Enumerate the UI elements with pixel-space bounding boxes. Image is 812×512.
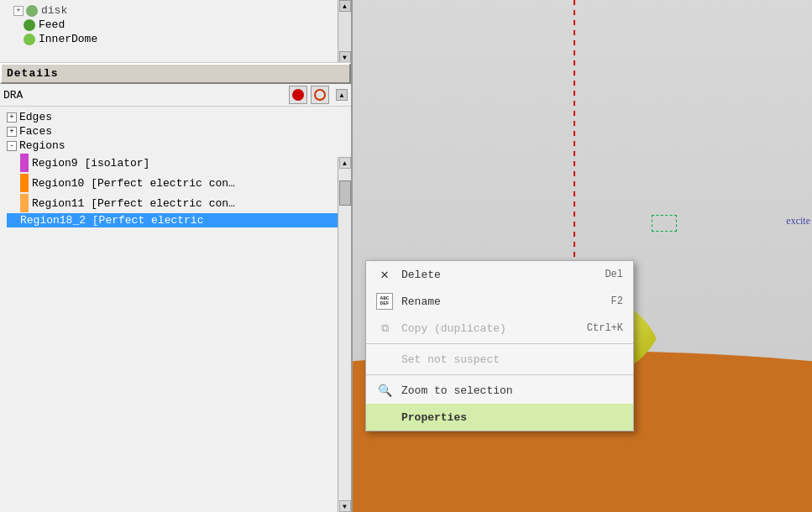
details-panel: Details DRA ▲ + Edges + Faces bbox=[0, 63, 351, 512]
zoom-icon: 🔍 bbox=[376, 382, 393, 399]
set-not-suspect-icon bbox=[376, 351, 393, 368]
red-dot-icon bbox=[292, 89, 304, 101]
excite-label: excite bbox=[786, 215, 810, 227]
delete-icon: ✕ bbox=[376, 266, 393, 283]
item-icon bbox=[26, 5, 38, 17]
expand-regions-icon[interactable]: - bbox=[7, 141, 17, 151]
item-icon bbox=[24, 19, 35, 31]
item-icon bbox=[24, 34, 35, 45]
set-not-suspect-label: Set not suspect bbox=[401, 353, 615, 366]
item-label: InnerDome bbox=[39, 33, 97, 45]
copy-shortcut: Ctrl+K bbox=[587, 322, 623, 334]
details-header: Details bbox=[0, 63, 351, 84]
region11-label: Region11 [Perfect electric con… bbox=[32, 197, 235, 210]
list-item[interactable]: Feed bbox=[24, 18, 344, 32]
details-scrollbar[interactable]: ▲ ▼ bbox=[338, 157, 351, 512]
context-menu: ✕ Delete Del ABC DEF Rename F2 ⧉ Copy (d… bbox=[365, 260, 634, 431]
expand-icon[interactable]: + bbox=[13, 6, 24, 16]
item-label: disk bbox=[41, 4, 67, 17]
red-circle-hollow-button[interactable] bbox=[311, 86, 329, 104]
region11-color bbox=[20, 194, 29, 212]
expand-faces-icon[interactable]: + bbox=[7, 127, 17, 137]
expand-edges-icon[interactable]: + bbox=[7, 112, 17, 123]
scroll-up[interactable]: ▲ bbox=[339, 0, 351, 12]
region10-color bbox=[20, 174, 29, 192]
delete-label: Delete bbox=[401, 269, 596, 281]
list-item[interactable]: + disk bbox=[13, 3, 344, 18]
context-menu-divider-1 bbox=[366, 343, 633, 344]
red-dot-hollow-icon bbox=[314, 89, 326, 101]
context-menu-rename[interactable]: ABC DEF Rename F2 bbox=[366, 288, 633, 315]
scroll-thumb[interactable] bbox=[339, 180, 351, 206]
green-selection-box bbox=[652, 215, 677, 232]
viewport: X/U excite bbox=[353, 0, 812, 512]
tree-item-regions[interactable]: - Regions bbox=[7, 138, 344, 153]
details-tree: + Edges + Faces - Regions Region9 [isola… bbox=[0, 107, 351, 512]
tree-item-region9[interactable]: Region9 [isolator] bbox=[7, 153, 344, 173]
left-panel: + disk Feed InnerDome ▲ ▼ Details DRA bbox=[0, 0, 353, 512]
scroll-right[interactable]: ▲ bbox=[336, 89, 348, 101]
tree-item-region10[interactable]: Region10 [Perfect electric con… bbox=[7, 173, 344, 193]
scrollbar-top[interactable]: ▲ ▼ bbox=[338, 0, 351, 63]
context-menu-delete[interactable]: ✕ Delete Del bbox=[366, 261, 633, 288]
regions-label: Regions bbox=[19, 139, 65, 152]
zoom-label: Zoom to selection bbox=[401, 384, 615, 397]
tree-item-faces[interactable]: + Faces bbox=[7, 124, 344, 138]
tree-item-region18[interactable]: Region18_2 [Perfect electric bbox=[7, 213, 344, 227]
faces-label: Faces bbox=[19, 125, 52, 138]
copy-icon: ⧉ bbox=[376, 320, 393, 337]
tree-top: + disk Feed InnerDome ▲ ▼ bbox=[0, 0, 351, 63]
tree-item-edges[interactable]: + Edges bbox=[7, 110, 344, 124]
rename-shortcut: F2 bbox=[611, 295, 623, 307]
context-menu-set-not-suspect[interactable]: Set not suspect bbox=[366, 346, 633, 373]
scroll-up-arrow[interactable]: ▲ bbox=[339, 157, 351, 169]
scroll-down[interactable]: ▼ bbox=[339, 51, 351, 63]
scroll-down-arrow[interactable]: ▼ bbox=[339, 500, 351, 512]
region18-label: Region18_2 [Perfect electric bbox=[20, 214, 203, 227]
region9-color bbox=[20, 154, 29, 172]
rename-label: Rename bbox=[401, 295, 603, 308]
context-menu-zoom[interactable]: 🔍 Zoom to selection bbox=[366, 377, 633, 404]
list-item[interactable]: InnerDome bbox=[24, 32, 344, 46]
details-label: DRA bbox=[3, 89, 286, 102]
details-toolbar: DRA ▲ bbox=[0, 84, 351, 107]
tree-item-region11[interactable]: Region11 [Perfect electric con… bbox=[7, 193, 344, 213]
rename-icon: ABC DEF bbox=[376, 293, 393, 310]
region9-label: Region9 [isolator] bbox=[32, 157, 149, 170]
edges-label: Edges bbox=[19, 111, 52, 123]
context-menu-copy[interactable]: ⧉ Copy (duplicate) Ctrl+K bbox=[366, 315, 633, 342]
item-label: Feed bbox=[39, 18, 65, 31]
red-circle-button[interactable] bbox=[289, 86, 307, 104]
context-menu-divider-2 bbox=[366, 374, 633, 375]
delete-shortcut: Del bbox=[605, 269, 623, 280]
context-menu-properties[interactable]: Properties bbox=[366, 404, 633, 431]
properties-icon bbox=[376, 409, 393, 426]
properties-label: Properties bbox=[401, 411, 615, 424]
region10-label: Region10 [Perfect electric con… bbox=[32, 177, 235, 190]
copy-label: Copy (duplicate) bbox=[401, 322, 579, 335]
